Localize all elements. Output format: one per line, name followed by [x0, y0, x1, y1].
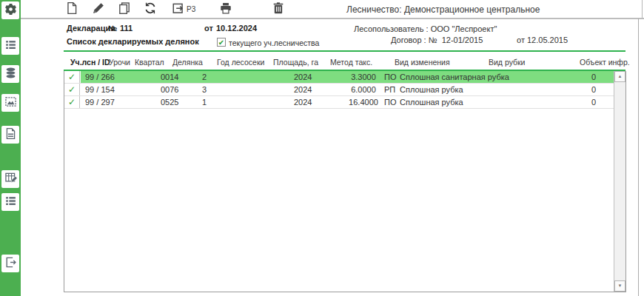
table-row[interactable]: ✓ 99 / 266 0014 2 2024 3.3000 ПО Сплошна… [64, 71, 614, 84]
col-header-uch-id[interactable]: Уч.лсн / ID [70, 58, 110, 67]
row-check-cell[interactable]: ✓ [64, 71, 80, 83]
sidebar-item-list[interactable] [1, 193, 19, 211]
edit-button[interactable] [92, 2, 105, 16]
cell-obekt-infr: 0 [583, 98, 605, 107]
panel-right-border [638, 18, 639, 296]
sidebar-item-document[interactable] [1, 126, 19, 144]
forest-user-value: ООО "Леспроект" [431, 24, 497, 33]
contract-number: 12-01/2015 [442, 36, 483, 44]
col-header-obekt-infr[interactable]: Объект инфр. [580, 58, 630, 67]
plot-list-label: Список декларируемых делянок [67, 37, 199, 46]
table-header: Уч.лсн / ID Урочи Квартал Делянка Год ле… [64, 56, 625, 70]
col-header-vid-izmeneniya[interactable]: Вид изменения [395, 58, 450, 67]
copy-button[interactable] [118, 2, 131, 16]
declaration-date: 10.12.2024 [216, 24, 257, 33]
declaration-from-label: от [204, 24, 213, 33]
delete-icon [272, 1, 285, 18]
refresh-button[interactable] [144, 2, 157, 16]
contract-label: Договор : № [391, 36, 437, 44]
declaration-number: 111 [120, 24, 133, 33]
sidebar-item-edit-table[interactable] [1, 170, 19, 188]
print-icon [219, 1, 232, 18]
edit-table-icon [4, 172, 17, 187]
document-icon [4, 127, 17, 143]
contract-from-label: от [517, 36, 525, 44]
cell-delyanka: 1 [202, 98, 207, 107]
cell-delyanka: 3 [202, 85, 207, 94]
check-icon: ✓ [68, 72, 76, 82]
cell-obekt-infr: 0 [583, 85, 605, 94]
sidebar-item-registry[interactable] [1, 37, 19, 55]
cell-vid-izmeneniya: Сплошная санитарная рубка [400, 73, 509, 81]
cell-metod: ПО [384, 73, 396, 81]
delete-button[interactable] [272, 2, 285, 16]
table-row[interactable]: ✓ 99 / 297 0525 1 2024 16.4000 ПО Сплошн… [64, 96, 614, 109]
vertical-scrollbar[interactable]: ▲ ▼ [614, 71, 625, 292]
col-header-metod[interactable]: Метод такс. [330, 58, 372, 67]
cell-vid-izmeneniya: Сплошная рубка [400, 98, 463, 107]
cell-vid-izmeneniya: Сплошная рубка [400, 85, 463, 94]
cell-god: 2024 [294, 85, 312, 94]
cell-kvartal: 0014 [161, 73, 178, 81]
row-check-cell[interactable]: ✓ [64, 84, 80, 95]
window-title: Лесничество: Демонстрационное центрально… [346, 4, 540, 15]
sidebar-item-database[interactable] [1, 65, 19, 83]
gear-icon [4, 3, 17, 18]
cell-metod: ПО [384, 98, 396, 107]
col-header-god[interactable]: Год лесосеки [217, 58, 264, 67]
cell-uch-id: 99 / 266 [85, 73, 115, 81]
sidebar [0, 0, 21, 296]
new-document-button[interactable] [65, 2, 78, 16]
green-separator [64, 50, 625, 52]
export-r3-icon [172, 1, 185, 18]
exit-icon [4, 256, 17, 272]
scroll-up-button[interactable]: ▲ [614, 71, 625, 82]
toolbar: Р3 Лесничество: Демонстрационное централ… [21, 0, 644, 18]
cell-metod: РП [384, 85, 395, 94]
copy-icon [118, 1, 131, 18]
edit-icon [92, 1, 105, 18]
table-row[interactable]: ✓ 99 / 154 0076 3 2024 6.0000 РП Сплошна… [64, 84, 614, 96]
current-forestry-checkbox[interactable]: ✔ [217, 38, 226, 47]
app-window: Р3 Лесничество: Демонстрационное централ… [0, 0, 644, 296]
col-header-uroch[interactable]: Урочи [109, 58, 130, 67]
cell-ploshad: 3.3000 [344, 73, 383, 81]
col-header-kvartal[interactable]: Квартал [135, 58, 164, 67]
window-right-border [642, 0, 643, 18]
cell-god: 2024 [294, 73, 312, 81]
print-button[interactable] [219, 2, 232, 16]
cell-uch-id: 99 / 297 [85, 98, 115, 107]
sidebar-item-settings[interactable] [1, 1, 19, 19]
cell-uch-id: 99 / 154 [85, 85, 115, 94]
cell-kvartal: 0525 [161, 98, 178, 107]
row-check-cell[interactable]: ✓ [64, 96, 80, 108]
scroll-down-button[interactable]: ▼ [614, 280, 625, 292]
col-header-vid-rubki[interactable]: Вид рубки [489, 58, 525, 67]
cell-obekt-infr: 0 [583, 73, 605, 81]
sidebar-item-map[interactable] [1, 94, 19, 112]
export-r3-button[interactable]: Р3 [172, 2, 195, 16]
check-icon: ✓ [68, 97, 76, 107]
col-header-ploshad[interactable]: Площадь, га [273, 58, 318, 67]
col-header-delyanka[interactable]: Делянка [172, 58, 203, 67]
refresh-icon [144, 1, 157, 18]
contract-date: 12.05.2015 [527, 36, 568, 44]
declaration-number-sign: № [108, 24, 117, 33]
cell-kvartal: 0076 [161, 85, 178, 94]
registry-list-icon [4, 38, 17, 54]
cell-delyanka: 2 [202, 73, 207, 81]
cell-ploshad: 6.0000 [344, 85, 383, 94]
forest-user-label: Лесопользователь : [354, 24, 429, 33]
cell-ploshad: 16.4000 [344, 98, 383, 107]
table-body: ✓ 99 / 266 0014 2 2024 3.3000 ПО Сплошна… [64, 71, 626, 292]
current-forestry-checkbox-label: текущего уч.лесничества [229, 38, 319, 47]
sidebar-item-exit[interactable] [1, 255, 19, 272]
list-icon [4, 195, 17, 210]
toolbar-separator [21, 18, 644, 19]
check-icon: ✓ [68, 84, 76, 95]
export-r3-label: Р3 [187, 5, 195, 13]
contract-line: Договор : № 12-01/2015 [391, 36, 483, 44]
database-icon [4, 67, 17, 82]
new-document-icon [65, 1, 78, 18]
forest-user-line: Лесопользователь : ООО "Леспроект" [354, 24, 497, 33]
